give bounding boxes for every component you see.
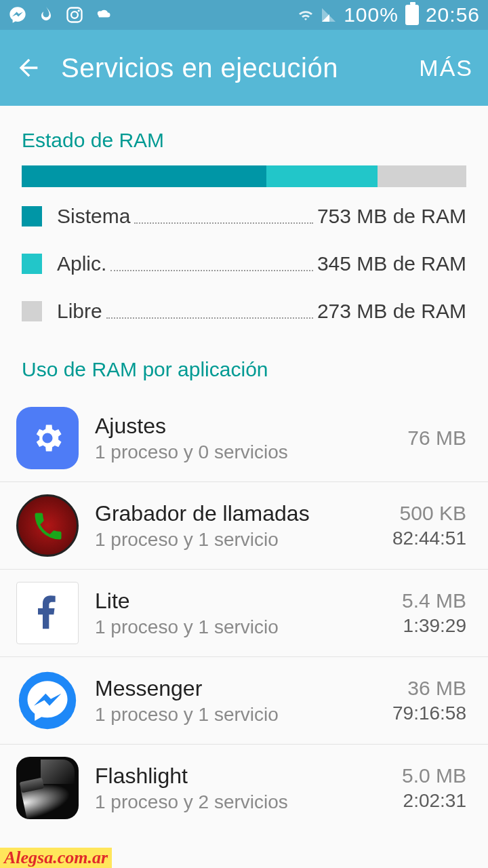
app-list: Ajustes 1 proceso y 0 servicios 76 MB Gr… xyxy=(0,395,488,831)
instagram-icon xyxy=(65,5,84,24)
app-sub: 1 proceso y 2 servicios xyxy=(95,791,402,813)
swatch-free xyxy=(22,301,42,321)
svg-point-2 xyxy=(78,9,80,12)
ram-bar-system xyxy=(22,165,266,187)
page-title: Servicios en ejecución xyxy=(61,53,338,83)
status-bar: 100% 20:56 xyxy=(0,0,488,30)
legend-label: Aplic. xyxy=(57,252,106,275)
battery-icon xyxy=(405,5,419,25)
settings-app-icon xyxy=(16,407,79,469)
clock: 20:56 xyxy=(426,3,480,26)
legend-value: 273 MB de RAM xyxy=(317,300,466,323)
app-size: 36 MB xyxy=(392,677,466,700)
legend-row-free: Libre 273 MB de RAM xyxy=(22,288,466,335)
app-size: 76 MB xyxy=(407,427,466,450)
swatch-system xyxy=(22,206,42,226)
app-size: 500 KB xyxy=(392,502,466,525)
ram-usage-heading: Uso de RAM por aplicación xyxy=(0,335,488,395)
svg-rect-0 xyxy=(68,8,82,22)
call-recorder-app-icon xyxy=(16,494,79,557)
app-sub: 1 proceso y 0 servicios xyxy=(95,441,407,463)
app-sub: 1 proceso y 1 servicio xyxy=(95,616,402,638)
app-name: Grabador de llamadas xyxy=(95,501,392,526)
ram-bar xyxy=(22,165,466,187)
app-time: 82:44:51 xyxy=(392,528,466,549)
signal-icon xyxy=(321,7,337,23)
flame-icon xyxy=(37,5,56,24)
svg-point-4 xyxy=(19,672,76,729)
wifi-icon xyxy=(298,7,314,23)
legend-row-system: Sistema 753 MB de RAM xyxy=(22,193,466,240)
legend-value: 753 MB de RAM xyxy=(317,205,466,228)
svg-point-1 xyxy=(71,12,78,18)
messenger-icon xyxy=(8,5,27,24)
legend-label: Libre xyxy=(57,300,102,323)
more-button[interactable]: MÁS xyxy=(419,55,473,81)
messenger-app-icon xyxy=(16,669,79,732)
legend-value: 345 MB de RAM xyxy=(317,252,466,275)
app-time: 1:39:29 xyxy=(402,615,466,637)
app-name: Ajustes xyxy=(95,414,407,439)
weather-icon xyxy=(94,5,113,24)
app-row-lite[interactable]: Lite 1 proceso y 1 servicio 5.4 MB 1:39:… xyxy=(0,570,488,657)
app-name: Messenger xyxy=(95,676,392,701)
app-row-ajustes[interactable]: Ajustes 1 proceso y 0 servicios 76 MB xyxy=(0,395,488,482)
watermark: Alegsa.com.ar xyxy=(0,848,112,868)
flashlight-app-icon xyxy=(16,757,79,819)
back-icon[interactable] xyxy=(15,54,42,81)
app-row-grabador[interactable]: Grabador de llamadas 1 proceso y 1 servi… xyxy=(0,482,488,570)
app-time: 79:16:58 xyxy=(392,703,466,724)
app-size: 5.4 MB xyxy=(402,589,466,612)
app-size: 5.0 MB xyxy=(402,764,466,787)
legend-row-apps: Aplic. 345 MB de RAM xyxy=(22,240,466,288)
app-row-messenger[interactable]: Messenger 1 proceso y 1 servicio 36 MB 7… xyxy=(0,657,488,745)
ram-legend: Sistema 753 MB de RAM Aplic. 345 MB de R… xyxy=(0,187,488,335)
app-sub: 1 proceso y 1 servicio xyxy=(95,529,392,551)
ram-status-heading: Estado de RAM xyxy=(0,106,488,165)
app-name: Flashlight xyxy=(95,764,402,789)
facebook-lite-app-icon xyxy=(16,582,79,644)
ram-bar-apps xyxy=(266,165,378,187)
swatch-apps xyxy=(22,254,42,274)
app-name: Lite xyxy=(95,589,402,614)
app-time: 2:02:31 xyxy=(402,790,466,812)
app-bar: Servicios en ejecución MÁS xyxy=(0,30,488,106)
app-row-flashlight[interactable]: Flashlight 1 proceso y 2 servicios 5.0 M… xyxy=(0,745,488,831)
battery-percent: 100% xyxy=(344,3,399,26)
legend-label: Sistema xyxy=(57,205,130,228)
app-sub: 1 proceso y 1 servicio xyxy=(95,704,392,726)
